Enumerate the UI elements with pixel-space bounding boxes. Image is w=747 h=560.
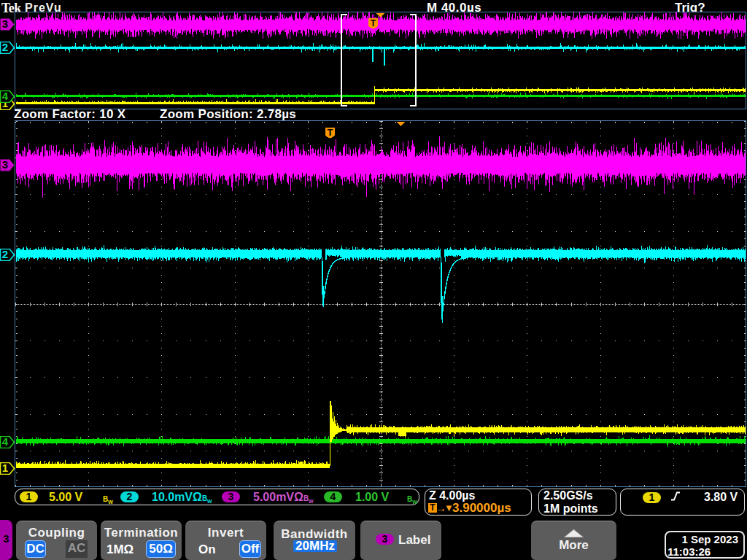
svg-text:T: T [328,127,333,138]
svg-text:4: 4 [2,436,9,448]
svg-text:3: 3 [2,159,8,171]
svg-text:T: T [371,18,376,28]
svg-text:4: 4 [2,90,9,102]
svg-text:2: 2 [2,249,8,260]
svg-text:1: 1 [2,462,8,474]
svg-text:2: 2 [2,42,8,53]
svg-text:3: 3 [2,18,8,30]
